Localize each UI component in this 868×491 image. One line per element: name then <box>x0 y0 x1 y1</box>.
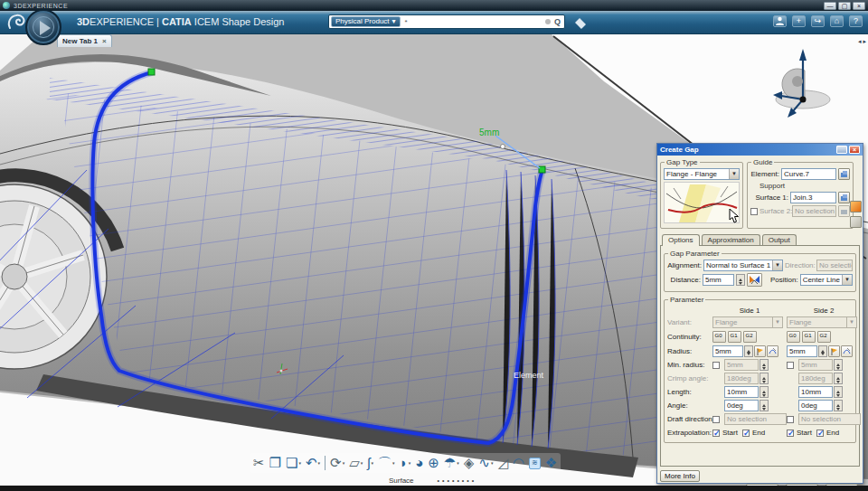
rotate-icon[interactable]: ⟳▾ <box>330 454 344 472</box>
distance-label: Distance: <box>667 276 701 284</box>
direction-label: Direction: <box>785 261 815 269</box>
undo-icon[interactable]: ↶▾ <box>306 454 320 472</box>
dialog-help-button[interactable] <box>836 146 847 154</box>
curve-start-point[interactable] <box>148 69 155 75</box>
search-bar[interactable]: Physical Product ▾ * Q <box>328 14 565 29</box>
s-curve-icon[interactable]: ∿▾ <box>478 454 493 472</box>
dropdown-arrow: ▾ <box>457 454 459 472</box>
match-surface-icon[interactable]: ≋ <box>529 458 541 469</box>
corner-surface-icon[interactable]: ⌒▾ <box>378 454 395 472</box>
min-radius-side1-checkbox[interactable] <box>712 362 720 369</box>
options-tab-page: Gap Parameter Alignment: Normal to Surfa… <box>660 245 860 467</box>
radius-law-side2-icon[interactable] <box>841 345 853 357</box>
surface2-label: Surface 2: <box>760 207 790 215</box>
crimp-side1-stepper <box>760 373 769 384</box>
surface2-checkbox[interactable] <box>750 208 758 215</box>
surface1-picker-icon[interactable] <box>838 192 850 203</box>
extrapolation-start-side1-checkbox[interactable] <box>712 430 720 437</box>
more-info-button[interactable]: More Info <box>660 470 700 482</box>
radius-law-side1-icon[interactable] <box>767 345 778 357</box>
close-button[interactable]: × <box>853 2 865 10</box>
dome-icon[interactable]: ◠ <box>513 454 524 472</box>
position-dropdown[interactable]: Center Line ▼ <box>800 274 853 286</box>
manipulator-icon[interactable]: ☂▾ <box>444 454 459 472</box>
radius-side2-stepper[interactable] <box>818 345 827 357</box>
patch-icon[interactable]: ◿ <box>497 454 508 472</box>
radius-flag-side1-icon[interactable] <box>754 345 766 357</box>
manipulator-dot[interactable] <box>501 145 505 149</box>
user-profile-icon[interactable] <box>773 15 787 27</box>
alignment-dropdown[interactable]: Normal to Surface 1 ▼ <box>703 260 783 271</box>
toolbar-pager-dots[interactable]: •••••••• <box>438 477 477 484</box>
cut-icon[interactable]: ✂ <box>253 454 265 472</box>
radius-flag-side2-icon[interactable] <box>828 345 840 357</box>
g2-side2-button[interactable]: G2 <box>817 331 831 343</box>
add-content-icon[interactable]: + <box>792 15 806 27</box>
gap-type-dropdown[interactable]: Flange - Flange ▼ <box>664 168 740 180</box>
length-side2-stepper[interactable] <box>834 386 843 398</box>
g0-side1-button[interactable]: G0 <box>712 331 726 343</box>
chevron-down-icon: ▼ <box>729 169 739 179</box>
length-side2-field[interactable]: 10mm <box>798 386 833 398</box>
extrapolation-end-side1-checkbox[interactable] <box>742 430 750 437</box>
search-scope-dropdown[interactable]: Physical Product ▾ <box>331 16 401 27</box>
surface1-field[interactable]: Join.3 <box>790 192 836 203</box>
tab-close-icon[interactable]: × <box>102 37 107 45</box>
share-icon[interactable]: ↪ <box>811 15 825 27</box>
control-point-icon[interactable]: ◈ <box>464 454 475 472</box>
parameter-group: Parameter Side 1 Side 2 Variant: Flange▼… <box>664 299 856 443</box>
document-tab[interactable]: New Tab 1 × <box>57 34 112 47</box>
g1-side1-button[interactable]: G1 <box>728 331 741 343</box>
home-icon[interactable]: ⌂ <box>830 15 844 27</box>
radius-side2-field[interactable]: 5mm <box>787 345 817 357</box>
play-icon <box>40 21 51 35</box>
maximize-button[interactable]: ▢ <box>838 2 851 10</box>
min-radius-side1-field: 5mm <box>724 359 759 371</box>
tag-icon[interactable] <box>575 18 586 29</box>
search-icon[interactable]: Q <box>554 17 561 26</box>
element-picker-icon[interactable] <box>838 168 850 180</box>
sketch-plane-icon[interactable]: ▱▾ <box>349 454 363 472</box>
distance-field[interactable]: 5mm <box>703 274 734 286</box>
g2-side1-button[interactable]: G2 <box>743 331 757 343</box>
search-input[interactable]: * <box>402 18 545 26</box>
g1-side2-button[interactable]: G1 <box>802 331 816 343</box>
radius-side1-stepper[interactable] <box>744 345 753 357</box>
panel-collapse-arrows[interactable]: ◂ ▸ <box>858 38 866 45</box>
surface1-label: Surface 1: <box>750 194 788 202</box>
element-field[interactable]: Curve.7 <box>781 168 836 180</box>
length-side1-field[interactable]: 10mm <box>724 386 759 398</box>
draft-side2-checkbox[interactable] <box>787 416 794 423</box>
curve-end-point[interactable] <box>539 166 545 173</box>
paste-icon[interactable]: ❏▾ <box>286 454 301 472</box>
chevron-down-icon: ▾ <box>392 17 396 26</box>
surface1-support-icon[interactable] <box>850 201 862 212</box>
clear-search-icon[interactable] <box>545 19 551 24</box>
compass-logo[interactable] <box>25 9 61 45</box>
min-radius-side2-checkbox[interactable] <box>787 362 794 369</box>
tab-options[interactable]: Options <box>662 234 700 246</box>
distance-direction-icon[interactable] <box>747 273 762 287</box>
curve-icon[interactable]: ʃ▾ <box>367 454 373 472</box>
multi-result-icon[interactable]: ❖ <box>545 454 557 472</box>
length-side1-stepper[interactable] <box>760 386 769 398</box>
dialog-close-button[interactable]: × <box>849 146 860 154</box>
draft-side1-checkbox[interactable] <box>712 416 720 423</box>
angle-side2-field[interactable]: 0deg <box>798 400 833 411</box>
distance-stepper[interactable] <box>736 274 745 286</box>
sphere-surface-icon[interactable]: ◕ <box>415 454 423 472</box>
g0-side2-button[interactable]: G0 <box>787 331 800 343</box>
radius-side1-field[interactable]: 5mm <box>712 345 743 357</box>
wireframe-icon[interactable]: ⊕ <box>428 454 439 472</box>
angle-side1-stepper[interactable] <box>760 400 769 411</box>
angle-side1-field[interactable]: 0deg <box>724 400 759 411</box>
radius-label: Radius: <box>667 347 712 355</box>
copy-icon[interactable]: ❐ <box>269 454 281 472</box>
extrapolation-end-side2-checkbox[interactable] <box>816 430 824 437</box>
help-icon[interactable]: ? <box>849 15 863 27</box>
sweep-surface-icon[interactable]: ◗▾ <box>400 454 411 472</box>
minimize-button[interactable]: — <box>824 2 836 10</box>
angle-side2-stepper[interactable] <box>834 400 843 411</box>
dialog-titlebar[interactable]: Create Gap × <box>657 144 863 156</box>
extrapolation-start-side2-checkbox[interactable] <box>787 430 794 437</box>
